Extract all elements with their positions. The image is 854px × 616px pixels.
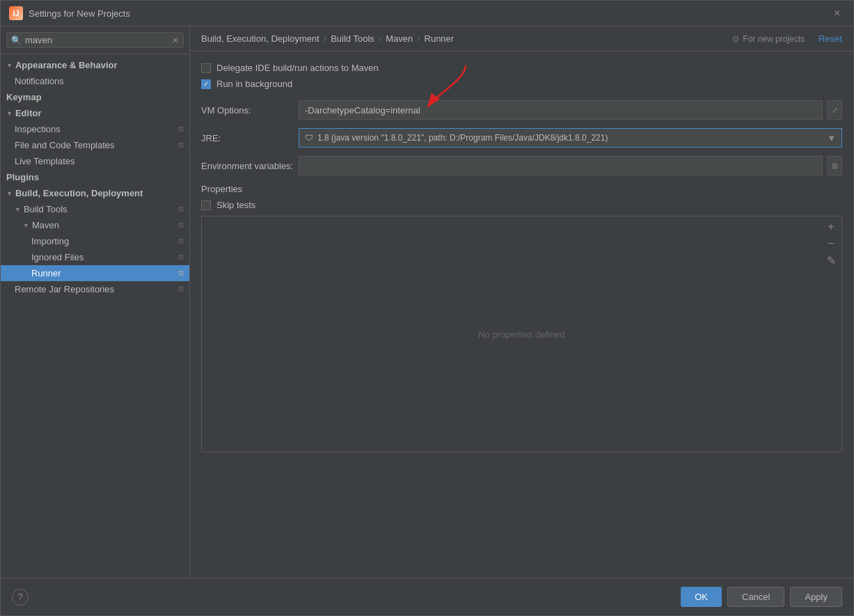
- copy-icon: ⧉: [178, 205, 184, 214]
- breadcrumb-sep-2: ›: [379, 33, 381, 44]
- sidebar-item-label: Notifications: [15, 76, 64, 86]
- sidebar-item-appearance[interactable]: ▼ Appearance & Behavior: [1, 57, 189, 73]
- expand-icon: ▼: [15, 206, 21, 213]
- delegate-checkbox[interactable]: [201, 63, 211, 73]
- new-projects-icon: ⊙: [732, 34, 739, 44]
- skip-tests-label: Skip tests: [216, 200, 255, 210]
- properties-toolbar: + − ✎: [821, 216, 841, 271]
- search-bar: 🔍 ✕: [1, 26, 189, 54]
- skip-tests-checkbox[interactable]: [201, 200, 211, 210]
- sidebar-item-runner[interactable]: Runner ⧉: [1, 265, 189, 281]
- clear-icon[interactable]: ✕: [172, 35, 179, 45]
- ok-button[interactable]: OK: [681, 587, 722, 607]
- expand-icon: ▼: [6, 190, 13, 197]
- sidebar-item-label: Remote Jar Repositories: [15, 284, 114, 294]
- sidebar-item-label: Importing: [31, 236, 69, 246]
- jre-select[interactable]: 🛡 1.8 (java version "1.8.0_221", path: D…: [299, 128, 842, 148]
- breadcrumb-part-2: Build Tools: [331, 33, 374, 44]
- jre-value: 1.8 (java version "1.8.0_221", path: D:/…: [317, 133, 608, 143]
- breadcrumb: Build, Execution, Deployment › Build Too…: [201, 33, 454, 44]
- add-property-button[interactable]: +: [823, 219, 839, 235]
- delegate-row: Delegate IDE build/run actions to Maven: [201, 63, 842, 73]
- sidebar-item-label: Keymap: [6, 92, 42, 102]
- close-button[interactable]: ×: [834, 8, 845, 19]
- panel-body: Delegate IDE build/run actions to Maven …: [190, 52, 853, 578]
- sidebar-item-maven[interactable]: ▼ Maven ⧉: [1, 217, 189, 233]
- sidebar-item-build-exec-deploy[interactable]: ▼ Build, Execution, Deployment: [1, 185, 189, 201]
- expand-icon: ▼: [6, 62, 13, 69]
- title-bar: IJ Settings for New Projects ×: [1, 1, 853, 26]
- jre-label: JRE:: [201, 133, 299, 143]
- skip-tests-row: Skip tests: [201, 200, 842, 210]
- copy-icon: ⧉: [178, 141, 184, 150]
- search-input-wrap: 🔍 ✕: [6, 32, 184, 48]
- sidebar-item-label: Live Templates: [15, 156, 74, 166]
- sidebar-item-notifications[interactable]: Notifications: [1, 73, 189, 89]
- dialog-title: Settings for New Projects: [29, 8, 130, 19]
- copy-icon: ⧉: [178, 285, 184, 294]
- vm-options-field: ⤢: [299, 100, 842, 120]
- sidebar-item-editor[interactable]: ▼ Editor: [1, 105, 189, 121]
- run-background-label: Run in background: [216, 79, 292, 89]
- for-new-projects: ⊙ For new projects: [732, 34, 805, 44]
- copy-icon: ⧉: [178, 221, 184, 230]
- breadcrumb-bar: Build, Execution, Deployment › Build Too…: [190, 26, 853, 52]
- env-vars-input[interactable]: [299, 156, 823, 175]
- edit-property-button[interactable]: ✎: [823, 253, 839, 268]
- vm-options-expand-button[interactable]: ⤢: [827, 100, 842, 120]
- sidebar-item-importing[interactable]: Importing ⧉: [1, 233, 189, 249]
- apply-button[interactable]: Apply: [790, 587, 842, 607]
- sidebar-item-label: Appearance & Behavior: [15, 60, 118, 70]
- bottom-bar: ? OK Cancel Apply: [1, 578, 853, 615]
- jre-dropdown-arrow: ▼: [827, 133, 836, 143]
- properties-header: Properties: [201, 184, 842, 194]
- breadcrumb-sep-3: ›: [417, 33, 420, 44]
- remove-property-button[interactable]: −: [823, 236, 839, 251]
- properties-area: No properties defined + − ✎: [201, 216, 842, 452]
- delegate-label: Delegate IDE build/run actions to Maven: [216, 63, 379, 73]
- sidebar-item-label: File and Code Templates: [15, 140, 115, 150]
- sidebar-item-remote-jar[interactable]: Remote Jar Repositories ⧉: [1, 281, 189, 297]
- env-vars-field: ⊞: [299, 156, 842, 175]
- breadcrumb-part-1: Build, Execution, Deployment: [201, 33, 319, 44]
- breadcrumb-right: ⊙ For new projects Reset: [732, 33, 842, 44]
- sidebar-item-label: Editor: [15, 108, 42, 118]
- sidebar-item-label: Ignored Files: [31, 252, 84, 262]
- sidebar-item-build-tools[interactable]: ▼ Build Tools ⧉: [1, 201, 189, 217]
- search-icon: 🔍: [11, 35, 22, 45]
- help-button[interactable]: ?: [12, 589, 29, 606]
- sidebar-item-inspections[interactable]: Inspections ⧉: [1, 121, 189, 137]
- expand-icon: ▼: [6, 110, 13, 117]
- breadcrumb-part-3: Maven: [386, 33, 413, 44]
- sidebar-item-plugins[interactable]: Plugins: [1, 169, 189, 185]
- no-properties-message: No properties defined: [202, 216, 841, 452]
- search-input[interactable]: [25, 35, 168, 45]
- nav-tree: ▼ Appearance & Behavior Notifications Ke…: [1, 54, 189, 578]
- env-vars-browse-button[interactable]: ⊞: [827, 156, 842, 175]
- sidebar: 🔍 ✕ ▼ Appearance & Behavior Notification…: [1, 26, 190, 578]
- jre-icon: 🛡: [305, 133, 313, 143]
- reset-button[interactable]: Reset: [819, 33, 842, 44]
- main-content: 🔍 ✕ ▼ Appearance & Behavior Notification…: [1, 26, 853, 578]
- breadcrumb-sep-1: ›: [324, 33, 326, 44]
- sidebar-item-label: Plugins: [6, 172, 39, 182]
- copy-icon: ⧉: [178, 125, 184, 134]
- panel-body-wrapper: Delegate IDE build/run actions to Maven …: [190, 52, 853, 578]
- breadcrumb-part-4: Runner: [425, 33, 454, 44]
- vm-options-input[interactable]: [299, 100, 823, 120]
- sidebar-item-keymap[interactable]: Keymap: [1, 89, 189, 105]
- run-background-checkbox[interactable]: [201, 79, 211, 89]
- sidebar-item-label: Runner: [31, 268, 61, 278]
- sidebar-item-file-code-templates[interactable]: File and Code Templates ⧉: [1, 137, 189, 153]
- cancel-button[interactable]: Cancel: [727, 587, 784, 607]
- sidebar-item-ignored-files[interactable]: Ignored Files ⧉: [1, 249, 189, 265]
- settings-dialog: IJ Settings for New Projects × 🔍 ✕ ▼ App…: [0, 0, 854, 616]
- sidebar-item-live-templates[interactable]: Live Templates: [1, 153, 189, 169]
- run-background-row: Run in background: [201, 79, 842, 89]
- sidebar-item-label: Inspections: [15, 124, 61, 134]
- copy-icon: ⧉: [178, 269, 184, 278]
- copy-icon: ⧉: [178, 253, 184, 262]
- title-bar-left: IJ Settings for New Projects: [9, 6, 130, 20]
- action-buttons: OK Cancel Apply: [681, 587, 842, 607]
- copy-icon: ⧉: [178, 237, 184, 246]
